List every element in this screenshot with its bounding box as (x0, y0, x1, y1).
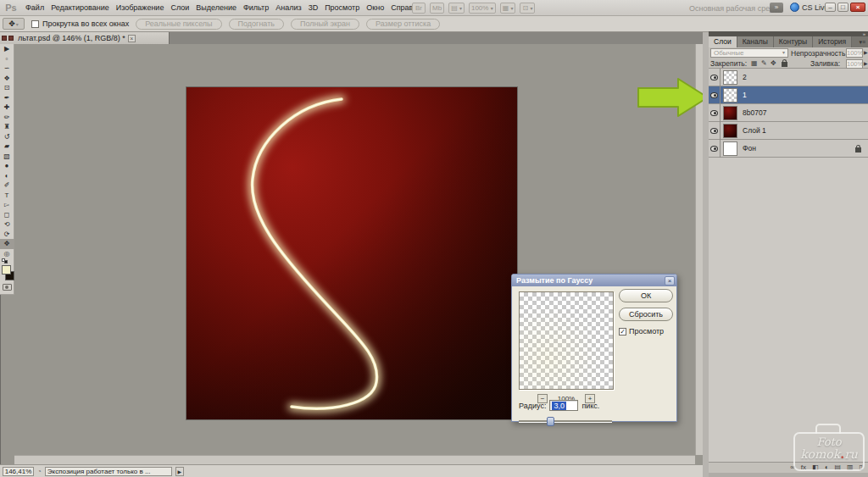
hand-tool-preset[interactable]: ✥▾ (3, 18, 25, 30)
layer-thumbnail-transparent[interactable] (723, 70, 737, 85)
healing-brush-tool[interactable]: ✚ (0, 103, 14, 113)
menu-item-window[interactable]: Окно (363, 0, 387, 15)
link-layers-icon[interactable]: ∞ (790, 463, 795, 473)
actual-pixels-button[interactable]: Реальные пикселы (136, 19, 221, 30)
layer-thumbnail-red[interactable] (723, 106, 737, 120)
zoom-tool[interactable]: ◎ (0, 249, 14, 259)
layer-row-sloy-1[interactable]: Слой 1 (709, 122, 868, 140)
default-colors-icon[interactable] (2, 258, 9, 264)
layer-style-icon[interactable]: fx (801, 463, 806, 473)
radius-slider-thumb[interactable] (547, 417, 554, 426)
radius-input[interactable]: 3,0 (549, 400, 578, 411)
menu-item-edit[interactable]: Редактирование (47, 0, 113, 15)
adjustment-layer-icon[interactable]: ◐ (825, 463, 829, 473)
layer-visibility-toggle[interactable] (709, 140, 721, 158)
document-tab[interactable]: льтат.psd @ 146% (1, RGB/8) * × (0, 32, 170, 44)
blur-tool[interactable]: ● (0, 161, 14, 171)
status-zoom-input[interactable]: 146,41% (3, 467, 34, 476)
shape-tool[interactable]: ◻ (0, 210, 14, 220)
menu-item-analysis[interactable]: Анализ (272, 0, 304, 15)
blend-mode-select[interactable]: Обычные▾ (710, 48, 788, 58)
document-canvas[interactable] (186, 87, 517, 419)
layer-thumbnail-red[interactable] (723, 124, 737, 138)
status-expand-icon[interactable]: ▶ (175, 467, 184, 476)
3d-orbit-tool[interactable]: ⟳ (0, 230, 14, 240)
tab-paths[interactable]: Контуры (774, 36, 813, 47)
view-extras-icon[interactable]: ▤ ▾ (448, 3, 465, 14)
move-tool[interactable]: ▶ (0, 44, 14, 54)
dialog-close-icon[interactable]: × (665, 276, 675, 286)
brush-tool[interactable]: ✏ (0, 113, 14, 123)
menu-item-image[interactable]: Изображение (113, 0, 168, 15)
horizontal-scrollbar[interactable] (14, 455, 695, 464)
3d-rotate-tool[interactable]: ⟲ (0, 219, 14, 230)
marquee-tool[interactable]: ▫ (0, 54, 14, 64)
hand-tool[interactable]: ✥ (0, 239, 14, 249)
layer-row-2[interactable]: 2 (709, 69, 868, 86)
menu-item-layers[interactable]: Слои (167, 0, 192, 15)
menu-item-select[interactable]: Выделение (192, 0, 240, 15)
layer-row-8b0707[interactable]: 8b0707 (709, 104, 868, 122)
zoom-level-select[interactable]: 100% ▾ (469, 3, 496, 14)
tab-layers[interactable]: Слои (709, 36, 737, 47)
screen-mode-icon[interactable]: ⊡ ▾ (520, 3, 535, 14)
opacity-slider-arrow-icon[interactable]: ▶ (864, 49, 868, 55)
clone-stamp-tool[interactable]: ♜ (0, 122, 14, 132)
radius-slider-track[interactable] (519, 420, 612, 422)
layer-row-1-selected[interactable]: 1 (709, 86, 868, 104)
close-tab-icon[interactable]: × (128, 35, 136, 42)
mini-bridge-button[interactable]: Mb (430, 3, 444, 14)
layer-visibility-toggle[interactable] (709, 86, 721, 104)
layer-row-background[interactable]: Фон (709, 140, 868, 158)
layer-visibility-toggle[interactable] (709, 69, 721, 86)
dialog-title-bar[interactable]: Размытие по Гауссу (512, 275, 676, 286)
history-brush-tool[interactable]: ↺ (0, 132, 14, 142)
panel-menu-icon[interactable]: ▾≡ (859, 36, 868, 47)
layer-thumbnail-white[interactable] (723, 141, 737, 156)
tab-channels[interactable]: Каналы (737, 36, 774, 47)
workspace-overflow-button[interactable]: » (770, 3, 783, 13)
fill-value[interactable]: 100% (846, 59, 863, 69)
quick-mask-icon[interactable] (3, 284, 12, 291)
tab-history[interactable]: История (813, 36, 852, 47)
opacity-value[interactable]: 100% (846, 48, 863, 58)
restore-button[interactable]: □ (837, 3, 849, 12)
lasso-tool[interactable]: ∽ (0, 64, 14, 74)
lock-transparency-icon[interactable]: ▦ (751, 59, 758, 67)
type-tool[interactable]: T (0, 191, 14, 201)
foreground-color-swatch[interactable] (2, 265, 11, 275)
fit-screen-button[interactable]: Подогнать (229, 19, 284, 30)
crop-tool[interactable]: ⊡ (0, 83, 14, 93)
layer-thumbnail-transparent[interactable] (723, 88, 737, 103)
scroll-all-windows-checkbox[interactable] (31, 20, 39, 28)
close-button[interactable]: × (850, 3, 865, 12)
blur-preview-pane[interactable] (519, 291, 614, 390)
workspace-button[interactable]: Основная рабочая среда (689, 4, 778, 13)
layer-mask-icon[interactable]: ◧ (812, 463, 819, 473)
lock-all-icon[interactable] (782, 62, 787, 67)
pen-tool[interactable]: ✐ (0, 180, 14, 191)
minimize-button[interactable]: – (825, 3, 836, 12)
delete-layer-icon[interactable]: ▯ (860, 463, 863, 473)
layer-visibility-toggle[interactable] (709, 104, 721, 122)
eyedropper-tool[interactable]: ✒ (0, 93, 14, 103)
dodge-tool[interactable]: ◐ (0, 171, 14, 181)
menu-item-view[interactable]: Просмотр (321, 0, 363, 15)
preview-checkbox[interactable]: ✓ (619, 328, 626, 336)
arrange-documents-icon[interactable]: ▦ ▾ (500, 3, 516, 14)
lock-position-icon[interactable]: ✥ (771, 59, 776, 67)
menu-item-file[interactable]: Файл (22, 0, 47, 15)
lock-pixels-icon[interactable]: ✎ (761, 59, 767, 67)
eraser-tool[interactable]: ▰ (0, 141, 14, 152)
menu-item-filter[interactable]: Фильтр (240, 0, 272, 15)
layer-group-icon[interactable]: ▤ (834, 463, 841, 473)
gradient-tool[interactable]: ▧ (0, 152, 14, 162)
full-screen-button[interactable]: Полный экран (291, 19, 359, 30)
bridge-button[interactable]: Br (412, 3, 426, 14)
quick-selection-tool[interactable]: ❖ (0, 74, 14, 84)
ok-button[interactable]: ОК (619, 289, 673, 302)
new-layer-icon[interactable]: ▥ (847, 463, 854, 473)
path-selection-tool[interactable]: ▻ (0, 200, 14, 210)
layer-visibility-toggle[interactable] (709, 122, 721, 140)
fill-slider-arrow-icon[interactable]: ▶ (864, 60, 868, 66)
